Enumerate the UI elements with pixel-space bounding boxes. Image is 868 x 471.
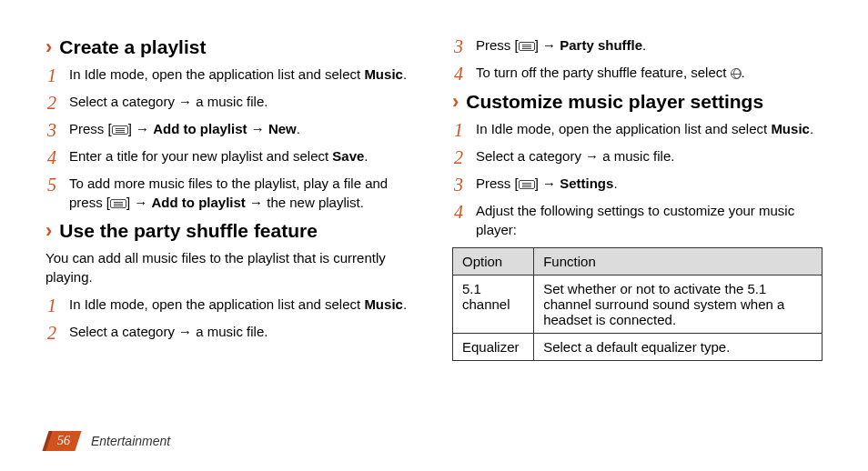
page-footer: 56 Entertainment <box>45 431 170 451</box>
bold-text: Music <box>771 121 810 136</box>
step-number: 4 <box>45 147 58 166</box>
page-number-badge: 56 <box>45 431 82 451</box>
step: 3 Press [] → Settings. <box>452 175 823 194</box>
section-title: Use the party shuffle feature <box>59 220 318 242</box>
text: In Idle mode, open the application list … <box>69 296 364 312</box>
step: 1 In Idle mode, open the application lis… <box>452 120 823 139</box>
step: 4 To turn off the party shuffle feature,… <box>452 64 823 83</box>
text: In Idle mode, open the application list … <box>69 66 364 82</box>
step: 3 Press [] → Add to playlist → New. <box>45 120 416 139</box>
table-cell: 5.1 channel <box>453 276 534 334</box>
steps-customize: 1 In Idle mode, open the application lis… <box>452 120 823 239</box>
step-body: Select a category → a music file. <box>69 93 416 112</box>
text: . <box>613 175 617 191</box>
bold-text: Music <box>364 66 403 82</box>
text: . <box>364 148 368 164</box>
text: . <box>810 121 813 136</box>
text: Press [ <box>476 175 519 191</box>
text: → the new playlist. <box>246 195 364 210</box>
steps-create-playlist: 1 In Idle mode, open the application lis… <box>45 65 416 212</box>
footer-section-label: Entertainment <box>91 434 170 448</box>
step-body: Select a category → a music file. <box>69 323 416 342</box>
bold-text: Save <box>332 148 364 164</box>
step-number: 4 <box>452 64 465 83</box>
table-row: 5.1 channel Set whether or not to activa… <box>453 276 823 334</box>
menu-icon <box>110 199 126 208</box>
two-column-layout: › Create a playlist 1 In Idle mode, open… <box>45 36 823 361</box>
menu-icon <box>112 125 128 135</box>
bold-text: Add to playlist <box>152 195 246 210</box>
step-body: In Idle mode, open the application list … <box>69 296 416 315</box>
step-body: Press [] → Settings. <box>476 175 823 194</box>
bold-text: New <box>268 121 297 136</box>
section-subtitle: You can add all music files to the playl… <box>45 249 416 286</box>
step-number: 2 <box>45 93 58 112</box>
step-number: 2 <box>452 147 465 166</box>
steps-party-shuffle: 1 In Idle mode, open the application lis… <box>45 296 416 342</box>
chevron-icon: › <box>45 221 52 241</box>
bold-text: Party shuffle <box>560 37 642 53</box>
step: 2 Select a category → a music file. <box>45 93 416 112</box>
step: 1 In Idle mode, open the application lis… <box>45 296 416 315</box>
text: ] → <box>535 175 560 191</box>
step-number: 1 <box>45 65 58 85</box>
section-header-customize: › Customize music player settings <box>452 91 823 113</box>
text: Enter a title for your new playlist and … <box>69 148 332 164</box>
step: 1 In Idle mode, open the application lis… <box>45 65 416 85</box>
step-body: To turn off the party shuffle feature, s… <box>476 64 823 83</box>
step-number: 5 <box>45 175 58 194</box>
chevron-icon: › <box>452 92 459 112</box>
chevron-icon: › <box>45 37 52 57</box>
step-body: Adjust the following settings to customi… <box>476 202 823 239</box>
step: 2 Select a category → a music file. <box>45 323 416 342</box>
bold-text: Add to playlist <box>153 121 247 136</box>
section-title: Create a playlist <box>59 36 206 58</box>
section-title: Customize music player settings <box>466 91 763 113</box>
bold-text: Settings <box>560 175 613 191</box>
step: 5 To add more music files to the playlis… <box>45 175 416 212</box>
table-cell: Equalizer <box>453 334 534 361</box>
bold-text: Music <box>364 296 403 312</box>
table-header: Option <box>453 248 534 276</box>
text: . <box>403 66 407 82</box>
table-cell: Set whether or not to activate the 5.1 c… <box>534 276 823 334</box>
step-number: 3 <box>45 120 58 139</box>
table-row: Equalizer Select a default equalizer typ… <box>453 334 823 361</box>
text: In Idle mode, open the application list … <box>476 121 771 136</box>
step-number: 2 <box>45 323 58 342</box>
text: Press [ <box>69 121 112 136</box>
step-body: In Idle mode, open the application list … <box>69 65 416 85</box>
text: → <box>247 121 268 136</box>
step: 4 Enter a title for your new playlist an… <box>45 147 416 166</box>
section-header-party-shuffle: › Use the party shuffle feature <box>45 220 416 242</box>
step-body: Press [] → Add to playlist → New. <box>69 120 416 139</box>
steps-party-shuffle-cont: 3 Press [] → Party shuffle. 4 To turn of… <box>452 36 823 83</box>
text: To turn off the party shuffle feature, s… <box>476 65 731 80</box>
text: ] → <box>535 37 560 53</box>
text: ] → <box>128 121 154 136</box>
table-header: Function <box>534 248 823 276</box>
table-cell: Select a default equalizer type. <box>534 334 823 361</box>
step-number: 3 <box>452 36 465 55</box>
step-number: 1 <box>452 120 465 139</box>
text: . <box>403 296 407 312</box>
step-number: 1 <box>45 296 58 315</box>
settings-table: Option Function 5.1 channel Set whether … <box>452 247 823 361</box>
page-number: 56 <box>45 431 82 451</box>
menu-icon <box>519 180 535 189</box>
step-body: Select a category → a music file. <box>476 147 823 166</box>
step: 2 Select a category → a music file. <box>452 147 823 166</box>
step-number: 3 <box>452 175 465 194</box>
step: 4 Adjust the following settings to custo… <box>452 202 823 239</box>
section-header-create-playlist: › Create a playlist <box>45 36 416 58</box>
text: Press [ <box>476 37 519 53</box>
menu-icon <box>519 42 535 51</box>
manual-page: › Create a playlist 1 In Idle mode, open… <box>0 0 868 471</box>
step-body: Enter a title for your new playlist and … <box>69 147 416 166</box>
step-number: 4 <box>452 202 465 221</box>
step-body: To add more music files to the playlist,… <box>69 175 416 212</box>
text: . <box>642 37 646 53</box>
table-header-row: Option Function <box>453 248 823 276</box>
right-column: 3 Press [] → Party shuffle. 4 To turn of… <box>452 36 823 361</box>
step-body: Press [] → Party shuffle. <box>476 36 823 55</box>
